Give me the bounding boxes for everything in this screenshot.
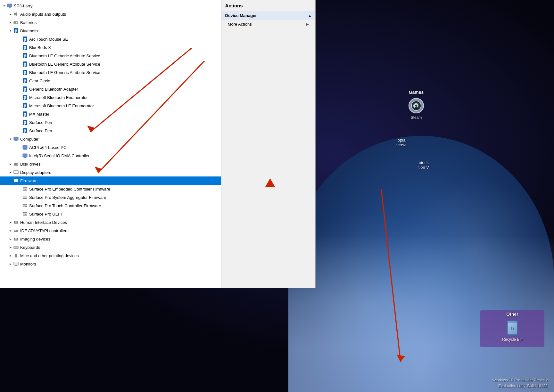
item-label-comp-acpi: ACPI x64-based PC bbox=[29, 145, 66, 150]
device-manager-section-header[interactable]: Device Manager ▲ bbox=[221, 11, 315, 20]
tree-item-ideata[interactable]: ▶ IDE ATA/ATAPI controllers bbox=[0, 226, 221, 235]
svg-rect-84 bbox=[14, 247, 15, 248]
tree-item-display[interactable]: ▶ Display adapters bbox=[0, 168, 221, 176]
more-actions-item[interactable]: More Actions ▶ bbox=[221, 20, 315, 28]
tree-item-firmware[interactable]: ▼ Firmware bbox=[0, 176, 221, 185]
tree-content[interactable]: ▼ SP3-Larry ▶ Audio inputs and outputs ▶… bbox=[0, 0, 221, 288]
svg-rect-52 bbox=[17, 180, 18, 181]
tree-item-bt-gear[interactable]: β Gear Circle bbox=[0, 77, 221, 85]
svg-rect-71 bbox=[25, 213, 26, 214]
tree-item-mice[interactable]: ▶ Mice and other pointing devices bbox=[0, 251, 221, 260]
expand-icon: ▶ bbox=[8, 12, 13, 17]
item-label-bt-gear: Gear Circle bbox=[29, 78, 50, 83]
tree-item-bt-le1[interactable]: β Bluetooth LE Generic Attribute Service bbox=[0, 52, 221, 60]
svg-rect-50 bbox=[15, 180, 16, 182]
svg-rect-40 bbox=[23, 149, 27, 150]
svg-rect-78 bbox=[14, 230, 15, 231]
tree-item-comp-intel[interactable]: Intel(R) Serial IO DMA Controller bbox=[0, 151, 221, 160]
watermark-area: Windows 10 Pro Insider Preview Evaluatio… bbox=[311, 374, 554, 392]
expand-icon-none bbox=[17, 120, 22, 125]
svg-point-45 bbox=[17, 164, 18, 165]
item-label-firmware: Firmware bbox=[20, 178, 37, 183]
svg-rect-36 bbox=[15, 140, 17, 141]
svg-rect-51 bbox=[16, 180, 17, 181]
expand-icon: ▶ bbox=[8, 228, 13, 233]
svg-text:β: β bbox=[15, 29, 17, 33]
expand-icon-root: ▼ bbox=[2, 3, 7, 8]
chevron-up-icon: ▲ bbox=[308, 14, 311, 17]
steam-icon-circle bbox=[409, 98, 424, 113]
steam-icon-item[interactable]: Steam bbox=[403, 98, 429, 120]
svg-rect-76 bbox=[15, 223, 17, 224]
item-label-keyboards: Keyboards bbox=[20, 245, 40, 250]
svg-rect-87 bbox=[17, 247, 18, 248]
recycle-bin-icon-item[interactable]: ♻ Recycle Bin bbox=[500, 320, 525, 342]
svg-text:β: β bbox=[24, 54, 26, 58]
other-group-label: Other bbox=[500, 312, 525, 317]
tree-item-bt-msleenum[interactable]: β Microsoft Bluetooth LE Enumerator bbox=[0, 102, 221, 110]
expand-icon-none bbox=[17, 61, 22, 67]
tree-item-bt-mxmaster[interactable]: β MX Master bbox=[0, 110, 221, 118]
item-icon-mice bbox=[13, 253, 19, 258]
tree-item-bt-generic[interactable]: β Generic Bluetooth Adapter bbox=[0, 85, 221, 93]
item-label-bt-mxmaster: MX Master bbox=[29, 112, 49, 117]
svg-rect-47 bbox=[15, 174, 17, 174]
item-label-bt-le2: Bluetooth LE Generic Attribute Service bbox=[29, 62, 100, 67]
expand-icon-none bbox=[17, 95, 22, 100]
item-label-diskdrives: Disk drives bbox=[20, 162, 41, 167]
svg-rect-35 bbox=[14, 137, 18, 140]
tree-item-imaging[interactable]: ▶ Imaging devices bbox=[0, 235, 221, 243]
item-label-bt-pen1: Surface Pen bbox=[29, 120, 52, 125]
tree-item-fw-sysagg[interactable]: Surface Pro System Aggregator Firmware bbox=[0, 193, 221, 201]
svg-rect-42 bbox=[24, 157, 26, 158]
tree-item-audio[interactable]: ▶ Audio inputs and outputs bbox=[0, 10, 221, 18]
item-label-ideata: IDE ATA/ATAPI controllers bbox=[20, 228, 69, 233]
tree-root[interactable]: ▼ SP3-Larry bbox=[0, 2, 221, 10]
expand-icon-none bbox=[17, 86, 22, 92]
tree-item-bt-pen1[interactable]: β Surface Pen bbox=[0, 118, 221, 127]
svg-text:β: β bbox=[24, 112, 26, 117]
windows-panel: ▼ SP3-Larry ▶ Audio inputs and outputs ▶… bbox=[0, 0, 316, 288]
tree-item-bt-le2[interactable]: β Bluetooth LE Generic Attribute Service bbox=[0, 60, 221, 68]
svg-rect-4 bbox=[8, 8, 11, 8]
item-icon-bt-msenum: β bbox=[22, 94, 28, 100]
tree-item-bt-le3[interactable]: β Bluetooth LE Generic Attribute Service bbox=[0, 68, 221, 77]
steam-label: Steam bbox=[411, 115, 422, 120]
tree-item-fw-uefi[interactable]: Surface Pro UEFI bbox=[0, 210, 221, 218]
tree-item-bt-pen2[interactable]: β Surface Pen bbox=[0, 127, 221, 135]
device-manager-label: Device Manager bbox=[225, 13, 257, 18]
item-icon-keyboards bbox=[13, 244, 19, 250]
expand-icon: ▶ bbox=[8, 253, 13, 258]
tree-item-comp-acpi[interactable]: ACPI x64-based PC bbox=[0, 143, 221, 151]
svg-rect-55 bbox=[24, 188, 25, 190]
tree-item-fw-touch[interactable]: Surface Pro Touch Controller Firmware bbox=[0, 201, 221, 210]
tree-item-bt-msenum[interactable]: β Microsoft Bluetooth Enumerator bbox=[0, 93, 221, 102]
expand-icon-none bbox=[17, 153, 22, 158]
item-icon-comp-intel bbox=[22, 153, 28, 159]
tree-item-batteries[interactable]: ▶ Batteries bbox=[0, 18, 221, 27]
expand-icon-none bbox=[17, 53, 22, 58]
tree-item-bluetooth[interactable]: ▼ β Bluetooth bbox=[0, 27, 221, 35]
svg-rect-56 bbox=[25, 188, 26, 189]
item-icon-bt-bluebuds: β bbox=[22, 45, 28, 50]
item-label-bt-bluebuds: BlueBuds X bbox=[29, 45, 51, 50]
actions-panel: Actions Device Manager ▲ More Actions ▶ bbox=[221, 0, 315, 288]
tree-item-diskdrives[interactable]: ▶ Disk drives bbox=[0, 160, 221, 168]
tree-item-bt-arc[interactable]: β Arc Touch Mouse SE bbox=[0, 35, 221, 43]
tree-item-hid[interactable]: ▶ Human Interface Devices bbox=[0, 218, 221, 226]
item-label-bt-arc: Arc Touch Mouse SE bbox=[29, 37, 68, 42]
expand-icon-none bbox=[17, 103, 22, 108]
tree-item-monitors[interactable]: ▶ Monitors bbox=[0, 260, 221, 268]
tree-item-fw-embedded[interactable]: Surface Pro Embedded Controller Firmware bbox=[0, 185, 221, 193]
tree-item-keyboards[interactable]: ▶ Keyboards bbox=[0, 243, 221, 251]
expand-icon-none bbox=[17, 203, 22, 208]
svg-rect-2 bbox=[7, 4, 12, 7]
other-group: Other ♻ Recycle Bin bbox=[480, 310, 544, 347]
games-group-label: Games bbox=[403, 90, 429, 95]
tree-item-bt-bluebuds[interactable]: β BlueBuds X bbox=[0, 43, 221, 52]
tree-item-computer[interactable]: ▼ Computer bbox=[0, 135, 221, 143]
svg-rect-92 bbox=[14, 262, 18, 265]
item-label-imaging: Imaging devices bbox=[20, 237, 50, 241]
watermark-line1: Windows 10 Pro Insider Preview bbox=[317, 377, 548, 383]
expand-icon: ▶ bbox=[8, 161, 13, 167]
